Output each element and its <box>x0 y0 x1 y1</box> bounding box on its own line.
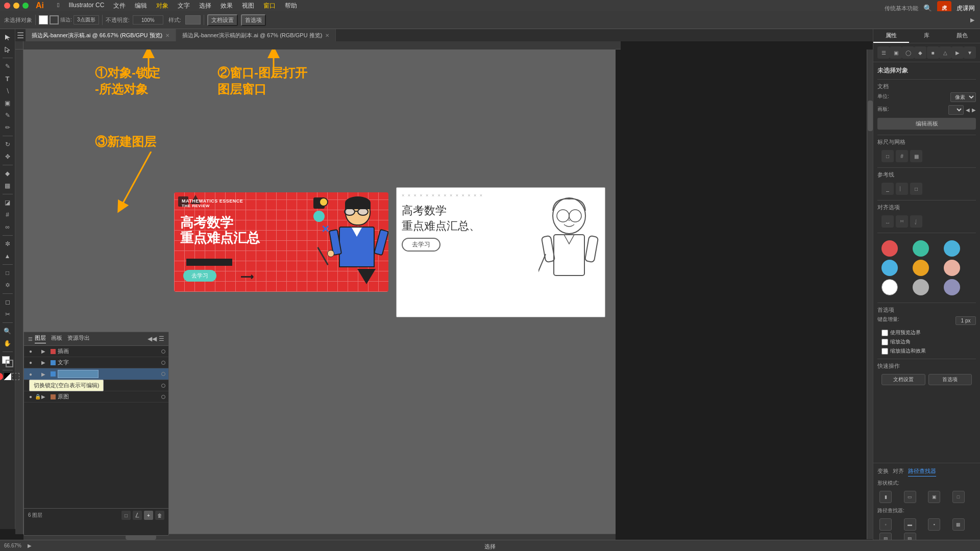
canvas-scrollbar-v[interactable] <box>867 49 873 539</box>
menu-window[interactable]: 窗口 <box>263 2 276 10</box>
pf-merge[interactable]: ▪ <box>928 518 940 531</box>
pf-crop[interactable]: ▩ <box>952 518 965 531</box>
mesh-tool[interactable]: # <box>2 209 13 220</box>
rp-align-2[interactable]: ⎶ <box>896 215 908 228</box>
rp-keyboard-input[interactable] <box>955 316 976 325</box>
rp-align-3[interactable]: ⎷ <box>910 215 922 228</box>
fill-stroke-box[interactable] <box>2 356 13 367</box>
rp-edit-artboard-btn[interactable]: 编辑画板 <box>877 118 976 130</box>
rp-corners-check[interactable] <box>881 339 888 345</box>
rp-pathfinder-icon[interactable]: ▶ <box>951 46 964 59</box>
lp-menu-btn[interactable]: ☰ <box>159 335 164 342</box>
rect-tool[interactable]: ▣ <box>2 97 13 109</box>
layer-expand-original[interactable]: ▶ <box>41 394 48 399</box>
menu-view[interactable]: 视图 <box>242 2 254 10</box>
layer-row-editing[interactable]: ● ▶ 切换锁定(空白表示可编辑) <box>24 368 168 380</box>
menu-object[interactable]: 对象 <box>156 2 168 10</box>
artboard-tool[interactable]: □ <box>2 267 13 279</box>
rp-snap-2[interactable]: # <box>896 150 908 162</box>
rp-preview-bounds-check[interactable] <box>881 330 888 336</box>
rp-refline-1[interactable]: ⎯ <box>881 183 894 195</box>
lp-new-layer-icon[interactable]: + <box>144 511 153 520</box>
none-icon[interactable] <box>12 373 19 380</box>
lp-tab-artboards[interactable]: 画板 <box>51 334 62 343</box>
type-tool[interactable]: T <box>2 73 13 84</box>
scale-tool[interactable]: ✥ <box>2 151 13 162</box>
pen-tool[interactable]: ✎ <box>2 61 13 72</box>
brush-tool[interactable]: ✎ <box>2 110 13 121</box>
rp-doc-settings-btn[interactable]: 文档设置 <box>881 374 925 385</box>
pf-intersect[interactable]: ▣ <box>928 491 940 503</box>
slice-tool[interactable]: ✡ <box>2 280 13 291</box>
rp-snap-3[interactable]: ▦ <box>910 150 922 162</box>
pencil-tool[interactable]: ✏ <box>2 122 13 133</box>
rp-library-icon[interactable]: ▣ <box>890 46 902 59</box>
close-button[interactable] <box>4 3 10 9</box>
layer-lock-text[interactable] <box>34 359 41 366</box>
layer-lock-original[interactable]: 🔒 <box>34 393 41 400</box>
stroke-dropdown[interactable]: 3点圆形 <box>74 15 99 24</box>
layer-visibility-editing[interactable]: ● <box>27 370 34 378</box>
tab-1-close[interactable]: ✕ <box>165 33 169 38</box>
lp-merge-layer-icon[interactable]: ⎳ <box>133 511 142 520</box>
rp-bottom-tab-align[interactable]: 对齐 <box>893 467 904 477</box>
status-zoom[interactable]: 66.67% <box>4 543 21 548</box>
symbol-sprayer-tool[interactable]: ✼ <box>2 238 13 249</box>
layer-name-input-editing[interactable] <box>58 370 99 378</box>
scrollbar-v-thumb[interactable] <box>868 101 873 131</box>
rp-tab-color[interactable]: 颜色 <box>944 29 980 43</box>
rp-appearance-icon[interactable]: ◆ <box>914 46 926 59</box>
layer-expand-text[interactable]: ▶ <box>41 360 48 365</box>
rp-scale-effect-check[interactable] <box>881 348 888 355</box>
menu-help[interactable]: 帮助 <box>285 2 297 10</box>
minimize-button[interactable] <box>13 3 19 9</box>
pf-trim[interactable]: ▬ <box>904 518 916 531</box>
pf-minus-front[interactable]: ▭ <box>904 491 916 503</box>
expand-icon[interactable]: ► <box>969 16 976 24</box>
menu-apple[interactable]:  <box>57 2 59 10</box>
menu-edit[interactable]: 编辑 <box>135 2 147 10</box>
preferences-button[interactable]: 首选项 <box>241 14 266 26</box>
doc-settings-button[interactable]: 文档设置 <box>207 14 238 26</box>
rp-artboard-nav-right[interactable]: ▶ <box>972 107 976 113</box>
swatch-light-blue[interactable] <box>881 260 898 276</box>
layer-visibility-text[interactable]: ● <box>27 359 34 366</box>
warp-tool[interactable]: ◆ <box>2 168 13 179</box>
rp-properties-icon[interactable]: ☰ <box>877 46 890 59</box>
menu-select[interactable]: 选择 <box>199 2 211 10</box>
rp-tab-properties[interactable]: 属性 <box>873 29 909 43</box>
menu-text[interactable]: 文字 <box>178 2 190 10</box>
swatch-gray[interactable] <box>913 279 929 295</box>
pf-exclude[interactable]: □ <box>952 491 965 503</box>
hand-tool[interactable]: ✋ <box>2 338 13 349</box>
maximize-button[interactable] <box>22 3 29 9</box>
select-tool[interactable] <box>2 32 13 43</box>
layer-expand-illustration[interactable]: ▶ <box>41 348 48 354</box>
rp-snap-1[interactable]: □ <box>881 150 894 162</box>
pf-divide[interactable]: ▫ <box>879 518 892 531</box>
lp-collapse-btn[interactable]: ◀◀ <box>148 335 157 342</box>
layer-row-original[interactable]: ● 🔒 ▶ 原图 <box>24 391 168 403</box>
rp-refline-2[interactable]: ⎸ <box>896 183 908 195</box>
blend-tool[interactable]: ∞ <box>2 221 13 233</box>
lp-delete-layer-icon[interactable]: 🗑 <box>155 511 164 520</box>
style-box[interactable] <box>185 15 201 24</box>
layer-visibility-original[interactable]: ● <box>27 393 34 400</box>
rp-transform-icon[interactable]: △ <box>939 46 951 59</box>
fill-color[interactable] <box>39 15 48 24</box>
tab-list-icon[interactable]: ☰ <box>15 29 26 41</box>
lp-add-layer-icon[interactable]: □ <box>121 511 131 520</box>
graph-tool[interactable]: ▩ <box>2 180 13 191</box>
color-icon[interactable] <box>0 373 3 380</box>
tab-2-close[interactable]: ✕ <box>325 33 329 38</box>
bw-icon[interactable] <box>4 373 11 380</box>
swatch-orange[interactable] <box>913 260 929 276</box>
rp-prefs-btn[interactable]: 首选项 <box>928 374 972 385</box>
tab-1[interactable]: 插边风-banner演示稿.ai @ 66.67% (RGB/GPU 预览) ✕ <box>26 29 176 41</box>
line-tool[interactable]: ∖ <box>2 85 13 96</box>
layer-lock-editing[interactable] <box>34 370 41 378</box>
opacity-input[interactable]: 100% <box>133 15 163 24</box>
banner-go-btn[interactable]: 去学习 <box>183 270 216 282</box>
rp-artboard-select[interactable]: 1 <box>948 105 964 115</box>
rp-bottom-tab-pathfinder[interactable]: 路径查找器 <box>908 467 936 477</box>
